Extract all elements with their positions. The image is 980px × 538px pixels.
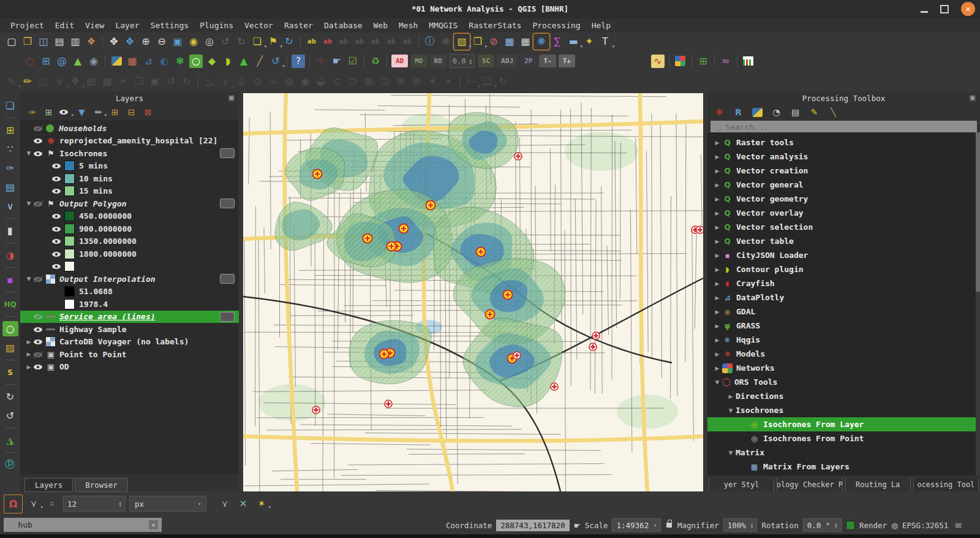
toolbox-row-vector-general[interactable]: ▶QVector general [707,178,976,192]
topological-editing-button[interactable]: ⋎ [217,496,232,511]
toolbox-row-gdal[interactable]: ▶◉GDAL [707,305,976,319]
menu-view[interactable]: View [80,20,110,31]
pdok-services-button[interactable]: ⓟ [2,457,18,472]
expander-icon[interactable]: ▶ [712,238,722,244]
qgis2web-btn-button[interactable]: ▲ [236,53,252,69]
layer-row-highway-sample[interactable]: Highway Sample [20,323,239,336]
layer-indicator-badge[interactable] [220,148,235,158]
expander-icon[interactable]: ▼ [24,150,34,156]
layer-row-15-mins[interactable]: 15 mins [20,185,239,198]
quickmapservices-button[interactable]: ○ [189,55,203,68]
layer-row-900-0000000[interactable]: 900.0000000 [20,222,239,235]
expander-icon[interactable]: ▼ [712,379,722,385]
map-tips-button[interactable]: ✦ [581,34,597,50]
visibility-eye-icon[interactable] [52,175,61,183]
refresh-attribute-table-button[interactable]: ♻ [368,53,383,69]
add-wfs-layer-button[interactable]: @ [54,53,70,69]
profile-plot-button[interactable]: ≈ [718,53,734,69]
refresh-map-button[interactable]: ↻ [281,34,297,50]
layer-indicator-badge[interactable] [220,274,235,284]
expander-icon[interactable]: ▶ [712,281,722,287]
toolbox-row-raster-tools[interactable]: ▶QRaster tools [707,135,976,150]
plugin-builder-button[interactable]: ╱ [252,53,268,69]
layer-indicator-badge[interactable] [220,312,235,322]
visibility-eye-off-icon[interactable] [34,124,43,132]
toolbox-python-button[interactable] [750,106,764,119]
visibility-eye-icon[interactable] [34,150,43,157]
toolbox-row-otb[interactable]: ▶OTB [707,474,976,475]
expander-icon[interactable]: ▶ [712,140,722,146]
expander-icon[interactable]: ▶ [712,168,722,174]
visibility-eye-icon[interactable] [34,363,43,371]
toolbox-row-crayfish[interactable]: ▶◖Crayfish [707,276,976,290]
expander-icon[interactable]: ▶ [712,309,722,315]
toolbox-search-input[interactable]: ◌ Search... [710,121,977,134]
toolbox-row-dataplotly[interactable]: ▶⊿DataPlotly [707,290,976,305]
style-manager-button[interactable]: ❖ [83,34,99,50]
visibility-eye-icon[interactable] [52,212,61,220]
menu-edit[interactable]: Edit [50,20,80,31]
menu-raster[interactable]: Raster [279,20,318,31]
toggle-editing-button[interactable]: ✏ [20,74,36,89]
add-mesh-layer-button[interactable]: ▤ [2,180,18,195]
deselect-features-button[interactable]: ⊘ [486,34,502,50]
check-geometries-button[interactable]: ☑ [345,53,361,69]
select-features-button[interactable]: ▧▾ [454,34,470,50]
python-console-button[interactable] [108,53,124,69]
zoom-in-button[interactable]: ⊕ [138,34,154,50]
crs-value[interactable]: EPSG:32651 [902,521,948,530]
toolbox-edit-features-button[interactable]: ✎ [807,106,821,119]
dock-tab-1[interactable]: pology Checker Pa [777,478,842,491]
toolbox-scrollbar-thumb[interactable] [976,132,980,292]
processing-toolbox-btn-button[interactable]: ❋ [533,34,549,50]
render-checkbox[interactable] [846,521,855,530]
mouse-position-icon[interactable]: ☛ [574,521,581,530]
toolbox-row-matrix[interactable]: ▼Matrix [707,445,976,460]
expander-icon[interactable]: ▶ [712,337,722,343]
expander-icon[interactable]: ▶ [712,182,722,188]
visibility-eye-icon[interactable] [52,187,61,195]
histogram-plugin-button[interactable] [741,53,756,69]
menu-help[interactable]: Help [586,20,616,31]
layer-row-swatch[interactable] [20,260,239,273]
menu-layer[interactable]: Layer [110,20,145,31]
toolbox-row-grass[interactable]: ▶ψGRASS [707,319,976,333]
expander-icon[interactable]: ▶ [712,224,722,230]
new-project-button[interactable]: ▢ [4,34,20,50]
dock-tab-browser[interactable]: Browser [75,478,128,492]
expander-icon[interactable]: ▶ [24,351,34,357]
collapse-all-button[interactable]: ⊟ [124,105,138,118]
open-layer-styling-button[interactable]: ✑ [25,105,39,118]
new-map-view-button[interactable]: ❏▾ [249,34,265,50]
rotation-spin[interactable]: 0.0 ° ▲▼ [803,518,842,532]
snapping-intersection-button[interactable]: ✕ [236,496,251,511]
text-bigger-button[interactable]: T+ [559,55,575,67]
toolbox-row-directions[interactable]: ▶Directions [707,389,976,403]
visibility-eye-icon[interactable] [34,338,43,346]
snapping-tolerance-spin[interactable]: 12 ▲▼ [63,496,126,512]
menu-database[interactable]: Database [318,20,368,31]
coordinate-input[interactable]: 288743,1617820 [496,520,569,531]
toolbox-row-hqgis[interactable]: ▶❄Hqgis [707,333,976,347]
advanced-digitizing-ad-button[interactable]: AD [391,55,408,67]
pan-map-button[interactable]: ✥ [106,34,122,50]
globe-plugin-button[interactable]: ◐ [156,53,172,69]
maximize-button[interactable] [940,5,949,13]
dock-tab-3[interactable]: ocessing Tool [913,478,979,491]
layer-row-households[interactable]: Households [20,122,239,135]
zoom-to-layer-button[interactable]: ◎ [202,34,217,50]
layer-row-1800-0000000[interactable]: 1800.0000000 [20,248,239,260]
self-snapping-button[interactable]: ✶▾ [254,496,269,511]
enable-snapping-button[interactable]: Ω [4,494,23,513]
visibility-eye-icon[interactable] [52,225,61,233]
expander-icon[interactable]: ▶ [712,295,722,301]
chart-maker-plugin-button[interactable]: ▪ [2,272,18,287]
toolbox-row-vector-overlay[interactable]: ▶QVector overlay [707,206,976,220]
toolbox-results-viewer-button[interactable]: ▤ [788,106,802,119]
visibility-eye-icon[interactable] [34,137,43,145]
snapping-mode-button[interactable]: ⋎▾ [26,496,41,511]
expander-icon[interactable]: ▶ [712,351,722,357]
toolbox-history-button[interactable]: ◔ [769,106,783,119]
layer-diagram-button[interactable]: ab [320,34,336,50]
dock-tab-0[interactable]: yer Styl [709,478,774,491]
